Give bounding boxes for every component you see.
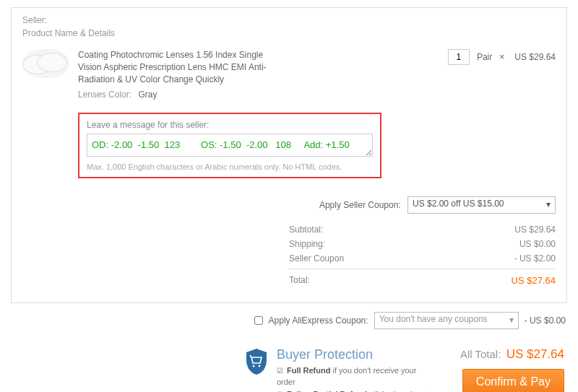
bottom-row: Buyer Protection ☑ Full Refund if you do… (11, 347, 567, 392)
all-total-value: US $27.64 (506, 347, 564, 361)
buyer-protection: Buyer Protection ☑ Full Refund if you do… (243, 347, 431, 392)
product-image (22, 49, 69, 78)
quantity-input[interactable] (448, 49, 470, 65)
product-name[interactable]: Coating Photochromic Lenses 1.56 Index S… (78, 49, 280, 85)
product-row: Coating Photochromic Lenses 1.56 Index S… (22, 49, 556, 100)
product-details: Coating Photochromic Lenses 1.56 Index S… (78, 49, 280, 100)
coupon-label: Seller Coupon (289, 253, 344, 263)
product-details-label: Product Name & Details (22, 28, 556, 38)
bp-item-2: ☑ Full or Partial Refund , if the item i… (277, 389, 431, 392)
subtotal-label: Subtotal: (289, 225, 323, 235)
message-label: Leave a message for this seller: (87, 120, 373, 130)
total-value: US $27.64 (512, 275, 556, 286)
svg-point-1 (258, 365, 260, 367)
shipping-label: Shipping: (289, 239, 325, 249)
bp-item-1: ☑ Full Refund if you don't receive your … (277, 365, 431, 388)
buyer-protection-title: Buyer Protection (277, 347, 431, 362)
times-symbol: × (499, 52, 504, 62)
coupon-line: Seller Coupon - US $2.00 (289, 251, 556, 266)
shipping-value: US $0.00 (519, 239, 556, 249)
seller-message-input[interactable] (87, 134, 373, 157)
aliexpress-coupon-checkbox[interactable] (254, 316, 263, 325)
pay-column: All Total: US $27.64 Confirm & Pay (460, 347, 564, 392)
confirm-pay-button[interactable]: Confirm & Pay (462, 369, 564, 392)
aliexpress-coupon-discount: - US $0.00 (525, 315, 566, 326)
total-label: Total: (289, 275, 310, 286)
seller-coupon-select[interactable]: US $2.00 off US $15.00 (407, 196, 556, 214)
totals-block: Subtotal: US $29.64 Shipping: US $0.00 S… (22, 222, 556, 288)
variant-label: Lenses Color: (78, 90, 131, 100)
message-hint: Max. 1,000 English characters or Arabic … (87, 162, 373, 171)
shipping-line: Shipping: US $0.00 (289, 237, 556, 251)
svg-point-0 (252, 365, 254, 367)
unit-label: Pair (477, 52, 492, 62)
all-total-row: All Total: US $27.64 (460, 347, 564, 362)
buyer-protection-text: Buyer Protection ☑ Full Refund if you do… (277, 347, 431, 392)
seller-message-block: Leave a message for this seller: Max. 1,… (78, 113, 381, 178)
total-line: Total: US $27.64 (289, 269, 556, 288)
all-total-label: All Total: (460, 348, 501, 360)
seller-coupon-label: Apply Seller Coupon: (319, 200, 401, 210)
aliexpress-coupon-select[interactable]: You don't have any coupons (374, 312, 519, 329)
aliexpress-coupon-label: Apply AliExpress Coupon: (269, 315, 368, 326)
aliexpress-coupon-row: Apply AliExpress Coupon: You don't have … (11, 312, 567, 329)
coupon-value: - US $2.00 (514, 253, 556, 263)
subtotal-line: Subtotal: US $29.64 (289, 222, 556, 237)
unit-price: US $29.64 (514, 52, 556, 62)
variant-row: Lenses Color: Gray (78, 90, 280, 100)
order-panel: Seller: Product Name & Details Coating P… (11, 7, 567, 303)
shield-cart-icon (243, 347, 269, 376)
qty-price: Pair × US $29.64 (448, 49, 556, 65)
variant-value: Gray (138, 90, 157, 100)
seller-coupon-row: Apply Seller Coupon: US $2.00 off US $15… (22, 196, 556, 214)
subtotal-value: US $29.64 (514, 225, 556, 235)
seller-label: Seller: (22, 15, 556, 25)
